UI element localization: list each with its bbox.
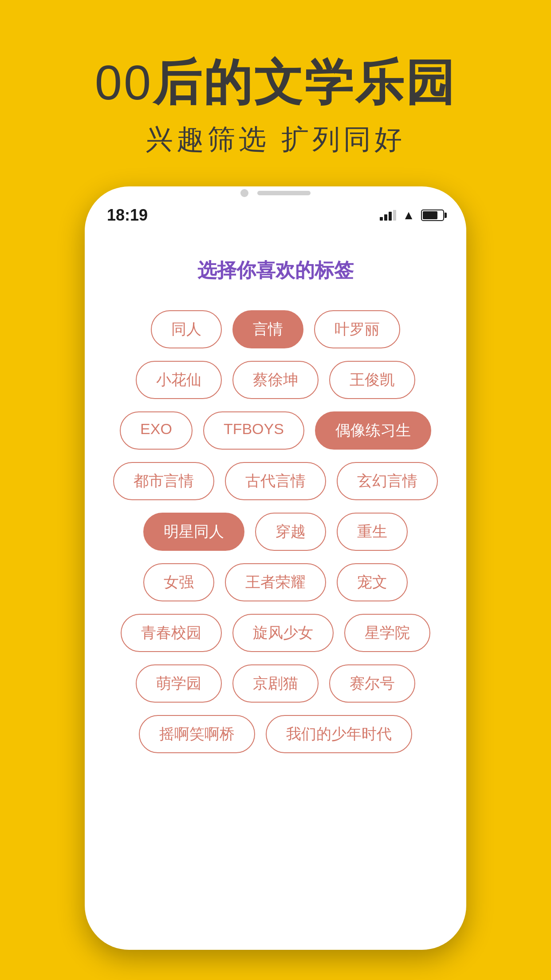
wifi-icon: ▲ (402, 208, 415, 222)
signal-bar-1 (380, 217, 383, 221)
tags-row-9: 摇啊笑啊桥 我们的少年时代 (139, 715, 412, 753)
tag-mengxueyuan[interactable]: 萌学园 (136, 664, 222, 703)
camera-dot (240, 189, 248, 197)
signal-icon (380, 210, 396, 221)
tag-chongwen[interactable]: 宠文 (337, 563, 408, 601)
tag-exo[interactable]: EXO (120, 411, 193, 450)
battery-icon (421, 209, 444, 221)
signal-bar-4 (393, 210, 396, 221)
main-title: 00后的文学乐园 (0, 53, 551, 112)
status-icons: ▲ (380, 208, 444, 222)
phone-content: 选择你喜欢的标签 同人 言情 叶罗丽 小花仙 蔡徐坤 王俊凯 EXO TFBOY… (85, 231, 466, 950)
tag-wangzherongyao[interactable]: 王者荣耀 (225, 563, 326, 601)
tags-row-7: 青春校园 旋风少女 星学院 (121, 614, 430, 652)
tags-container: 同人 言情 叶罗丽 小花仙 蔡徐坤 王俊凯 EXO TFBOYS 偶像练习生 都… (111, 310, 440, 753)
tag-yanqing[interactable]: 言情 (232, 310, 303, 348)
tag-mingxingtongren[interactable]: 明星同人 (143, 513, 244, 551)
status-bar: 18:19 ▲ (85, 202, 466, 229)
tags-row-6: 女强 王者荣耀 宠文 (143, 563, 408, 601)
tags-row-4: 都市言情 古代言情 玄幻言情 (113, 462, 438, 500)
tag-tongren[interactable]: 同人 (151, 310, 222, 348)
speaker-bar (257, 191, 311, 195)
tags-row-3: EXO TFBOYS 偶像练习生 (120, 411, 431, 450)
tag-ouxiang[interactable]: 偶像练习生 (315, 411, 431, 450)
tag-gudaiyanqing[interactable]: 古代言情 (225, 462, 326, 500)
phone-notch (209, 186, 342, 200)
title-rest: 后的文学乐园 (153, 55, 456, 110)
tag-xuanhuanyanqing[interactable]: 玄幻言情 (337, 462, 438, 500)
tag-yeluoli[interactable]: 叶罗丽 (314, 310, 400, 348)
tags-row-2: 小花仙 蔡徐坤 王俊凯 (136, 361, 415, 399)
tag-chongsheng[interactable]: 重生 (337, 513, 408, 551)
signal-bar-2 (384, 214, 387, 221)
tag-chuanyue[interactable]: 穿越 (255, 513, 326, 551)
tags-row-5: 明星同人 穿越 重生 (143, 513, 408, 551)
signal-bar-3 (389, 212, 392, 221)
tag-qingchun[interactable]: 青春校园 (121, 614, 222, 652)
tag-yaoa[interactable]: 摇啊笑啊桥 (139, 715, 255, 753)
tag-xiaohuaxian[interactable]: 小花仙 (136, 361, 222, 399)
subtitle: 兴趣筛选 扩列同好 (0, 121, 551, 158)
tag-xingxueyuan[interactable]: 星学院 (344, 614, 430, 652)
tag-dushiyanqing[interactable]: 都市言情 (113, 462, 214, 500)
title-00: 00 (95, 55, 153, 110)
tag-caixukun[interactable]: 蔡徐坤 (232, 361, 319, 399)
tag-nvqiang[interactable]: 女强 (143, 563, 214, 601)
page-title: 选择你喜欢的标签 (111, 257, 440, 284)
tag-tfboys[interactable]: TFBOYS (203, 411, 304, 450)
tags-row-8: 萌学园 京剧猫 赛尔号 (136, 664, 415, 703)
tag-xuanfeng[interactable]: 旋风少女 (232, 614, 334, 652)
tag-shaoniandai[interactable]: 我们的少年时代 (266, 715, 412, 753)
status-time: 18:19 (107, 206, 148, 225)
tags-row-1: 同人 言情 叶罗丽 (151, 310, 400, 348)
battery-fill (423, 211, 437, 219)
tag-wangjunkai[interactable]: 王俊凯 (329, 361, 415, 399)
header: 00后的文学乐园 兴趣筛选 扩列同好 (0, 0, 551, 158)
tag-jingjumao[interactable]: 京剧猫 (232, 664, 319, 703)
phone-mockup: 18:19 ▲ 选择你喜欢的标签 同人 言情 叶罗丽 (85, 186, 466, 950)
tag-saierhu[interactable]: 赛尔号 (329, 664, 415, 703)
